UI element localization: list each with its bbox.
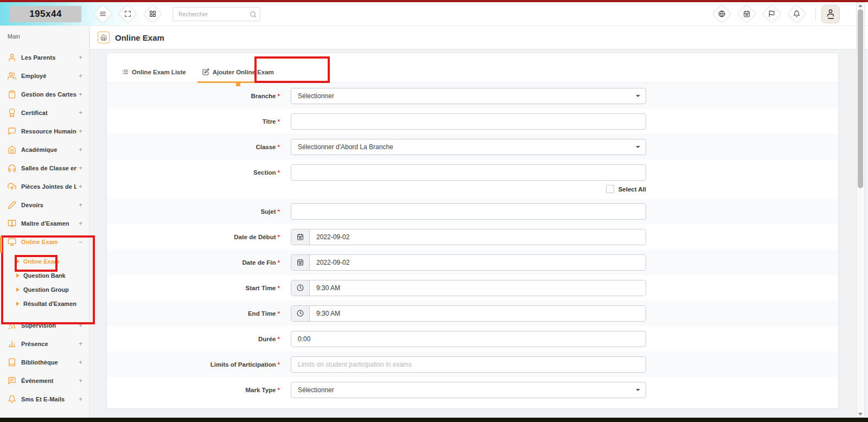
sidebar-subitem-resultat-d-examen[interactable]: Résultat d'Examen <box>0 297 89 311</box>
required-asterisk: * <box>278 387 280 393</box>
sidebar-item-label: Gestion des Cartes <box>21 91 76 98</box>
chat-square-icon <box>8 376 16 385</box>
select-all-checkbox[interactable] <box>606 185 614 193</box>
sidebar-item-label: Employé <box>21 73 76 79</box>
field-label: Titre* <box>107 118 280 125</box>
sidebar-item-pieces-jointes-de-livres[interactable]: Pièces Jointes de Livres+ <box>0 177 89 196</box>
sidebar-item-certificat[interactable]: Certificat+ <box>0 104 89 122</box>
sidebar-item-employe[interactable]: Employé+ <box>0 67 89 85</box>
menu-icon <box>99 10 106 17</box>
topbar-button-menu[interactable] <box>93 4 112 23</box>
sidebar-item-devoirs[interactable]: Devoirs+ <box>0 196 89 214</box>
section-input[interactable] <box>291 164 646 181</box>
sidebar-item-les-parents[interactable]: Les Parents+ <box>0 48 89 67</box>
date-de-debut-input[interactable] <box>310 229 646 245</box>
topbar-button-globe[interactable] <box>712 4 731 23</box>
cloud-upload-icon <box>8 182 16 191</box>
expand-indicator[interactable]: + <box>79 201 82 209</box>
expand-indicator[interactable]: − <box>79 238 82 246</box>
expand-indicator[interactable]: + <box>79 220 82 227</box>
clock-icon[interactable] <box>291 280 310 296</box>
topbar-button-flag[interactable] <box>762 4 781 23</box>
sidebar-item-academique[interactable]: Académique+ <box>0 140 89 159</box>
sidebar-subitem-label: Online Exam <box>23 258 60 265</box>
topbar-button-bell[interactable] <box>787 4 806 23</box>
expand-indicator[interactable]: + <box>79 146 82 154</box>
clock-icon[interactable] <box>291 306 310 321</box>
user-avatar[interactable] <box>821 5 840 23</box>
page-title: Online Exam <box>115 33 164 42</box>
sidebar-item-evenement[interactable]: Événement+ <box>0 372 89 390</box>
scrollbar-up-arrow[interactable] <box>858 4 863 7</box>
required-asterisk: * <box>278 144 280 150</box>
search-icon[interactable] <box>250 10 257 17</box>
classe-select[interactable]: Sélectionner d'Abord La Branche <box>291 139 646 155</box>
calendar-icon[interactable] <box>291 229 310 245</box>
topbar-button-fullscreen[interactable] <box>118 4 137 23</box>
scrollbar[interactable] <box>856 2 865 418</box>
topbar-button-grid[interactable] <box>143 4 162 23</box>
sidebar-item-supervision[interactable]: Supervision+ <box>0 316 89 335</box>
online-exam-form: Branche*SélectionnerTitre*Classe*Sélecti… <box>107 83 838 402</box>
topbar-button-calendar[interactable] <box>737 4 756 23</box>
field-control <box>291 203 646 220</box>
expand-indicator[interactable]: + <box>79 377 82 385</box>
sidebar-item-presence[interactable]: Présence+ <box>0 335 89 353</box>
sidebar-item-online-exam[interactable]: Online Exam− <box>0 233 89 251</box>
mark-type-select[interactable]: Sélectionner <box>291 382 646 398</box>
limits-of-participation-input[interactable] <box>291 356 646 373</box>
expand-indicator[interactable]: + <box>79 359 82 366</box>
sidebar-item-label: Salles de Classe en Direct <box>21 165 76 171</box>
expand-indicator[interactable]: + <box>79 127 82 135</box>
scrollbar-down-arrow[interactable] <box>858 413 863 415</box>
field-control <box>291 113 646 130</box>
sidebar-subitem-online-exam[interactable]: Online Exam <box>0 254 89 268</box>
tab-online-exam-liste[interactable]: Online Exam Liste <box>113 63 194 82</box>
sidebar-item-maitre-d-examen[interactable]: Maître d'Examen+ <box>0 214 89 233</box>
sidebar-subitem-question-bank[interactable]: Question Bank <box>0 268 89 283</box>
date-de-fin-input[interactable] <box>310 255 646 270</box>
fullscreen-icon <box>124 10 131 17</box>
sidebar-item-ressource-humaine[interactable]: Ressource Humaine+ <box>0 122 89 140</box>
sidebar-item-salles-de-classe-en-direct[interactable]: Salles de Classe en Direct+ <box>0 159 89 177</box>
active-menu-indicator <box>0 236 2 253</box>
sujet-input[interactable] <box>291 203 646 220</box>
chevron-down-icon <box>636 389 640 393</box>
expand-indicator[interactable]: + <box>79 72 82 80</box>
duree-input[interactable] <box>291 331 646 347</box>
expand-indicator[interactable]: + <box>79 322 82 329</box>
sidebar-subitem-question-group[interactable]: Question Group <box>0 283 89 297</box>
sidebar-item-bibliotheque[interactable]: Bibliothèque+ <box>0 353 89 372</box>
expand-indicator[interactable]: + <box>79 91 82 98</box>
tab-ajouter-online-exam[interactable]: Ajouter Online Exam <box>194 63 282 82</box>
field-control: Sélectionner <box>291 88 646 104</box>
expand-indicator[interactable]: + <box>79 183 82 190</box>
field-label: Section* <box>107 159 280 176</box>
search-input[interactable] <box>173 7 260 21</box>
select-all-label: Select All <box>618 186 646 193</box>
expand-indicator[interactable]: + <box>79 395 82 403</box>
expand-indicator[interactable]: + <box>79 109 82 117</box>
start-time-input[interactable] <box>310 280 646 296</box>
sidebar-subitem-label: Question Group <box>23 286 69 293</box>
form-field-classe: Classe*Sélectionner d'Abord La Branche <box>107 134 838 159</box>
calendar-icon[interactable] <box>291 255 310 270</box>
triangle-bullet-icon <box>16 273 20 278</box>
sidebar-item-label: Événement <box>21 378 76 384</box>
bar-chart-icon <box>8 340 16 348</box>
sidebar-item-gestion-des-cartes[interactable]: Gestion des Cartes+ <box>0 85 89 104</box>
sidebar-item-sms-et-e-mails[interactable]: Sms Et E-Mails+ <box>0 390 89 408</box>
expand-indicator[interactable]: + <box>79 164 82 172</box>
required-asterisk: * <box>278 169 280 176</box>
scrollbar-thumb[interactable] <box>858 9 863 188</box>
end-time-input[interactable] <box>310 306 646 321</box>
select-all-row: Select All <box>291 185 646 193</box>
expand-indicator[interactable]: + <box>79 340 82 348</box>
rss-icon <box>8 321 16 330</box>
titre-input[interactable] <box>291 113 646 130</box>
branche-select[interactable]: Sélectionner <box>291 88 646 104</box>
required-asterisk: * <box>278 208 280 215</box>
logo-placeholder: 195x44 <box>10 6 81 22</box>
home-icon[interactable] <box>98 31 110 43</box>
expand-indicator[interactable]: + <box>79 54 82 61</box>
